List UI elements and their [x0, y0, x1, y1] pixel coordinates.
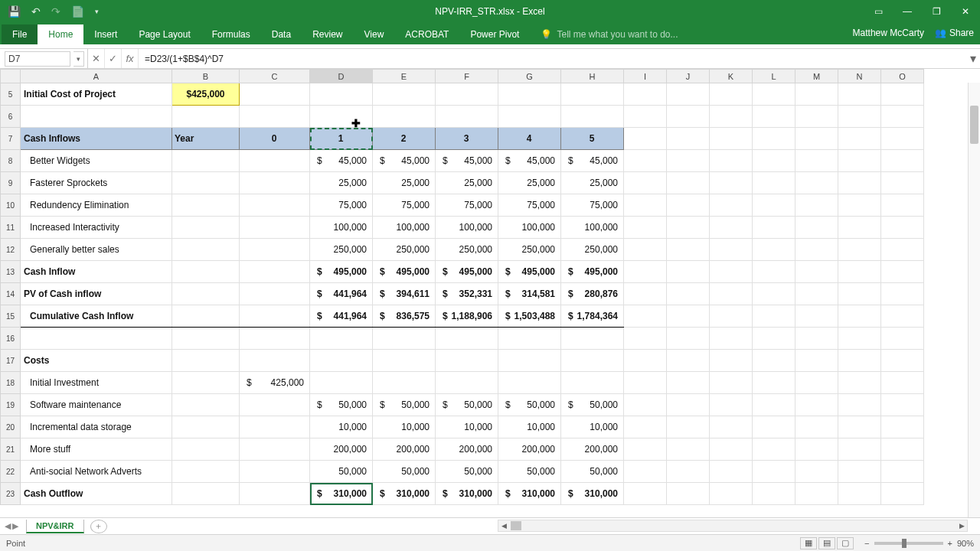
cell[interactable]: 250,000 [561, 239, 624, 261]
cell[interactable] [624, 372, 667, 394]
cell[interactable] [753, 172, 795, 194]
cell[interactable] [667, 150, 710, 172]
cell[interactable] [310, 350, 373, 372]
cell[interactable] [753, 328, 795, 350]
zoom-level[interactable]: 90% [957, 539, 974, 548]
cell[interactable]: Incremental data storage [21, 416, 172, 439]
cell[interactable]: 75,000 [310, 194, 373, 217]
cell[interactable] [753, 394, 795, 416]
cell[interactable]: $45,000 [310, 150, 373, 172]
cell[interactable] [881, 439, 924, 461]
cell[interactable] [172, 194, 240, 217]
cell[interactable]: $394,611 [373, 283, 436, 305]
cell[interactable] [624, 128, 667, 150]
cell[interactable]: Anti-social Network Adverts [21, 461, 172, 483]
cell[interactable] [795, 172, 838, 194]
cell[interactable]: Software maintenance [21, 394, 172, 416]
cell[interactable] [795, 461, 838, 483]
sheet-next-icon[interactable]: ▶ [12, 521, 18, 531]
select-all-corner[interactable] [1, 70, 21, 83]
cell[interactable] [240, 172, 310, 194]
cell[interactable] [881, 372, 924, 394]
cell[interactable] [667, 172, 710, 194]
tab-power-pivot[interactable]: Power Pivot [459, 24, 530, 44]
cell[interactable]: $425,000 [172, 83, 240, 106]
cell[interactable] [710, 439, 753, 461]
cell[interactable] [838, 106, 881, 128]
cell[interactable] [21, 328, 172, 350]
cell[interactable] [710, 305, 753, 328]
cell[interactable] [21, 106, 172, 128]
cell[interactable]: 250,000 [436, 239, 498, 261]
page-break-view-icon[interactable]: ▢ [837, 537, 854, 549]
cell[interactable] [310, 328, 373, 350]
cell[interactable] [838, 283, 881, 305]
cell[interactable] [624, 461, 667, 483]
cell[interactable]: 250,000 [373, 239, 436, 261]
cell[interactable] [240, 83, 310, 106]
user-name[interactable]: Matthew McCarty [853, 28, 924, 38]
cell[interactable]: 50,000 [561, 461, 624, 483]
tab-insert[interactable]: Insert [83, 24, 128, 44]
cell[interactable]: $50,000 [373, 394, 436, 416]
column-header-D[interactable]: D [310, 70, 373, 83]
cell[interactable] [667, 328, 710, 350]
cell[interactable]: $310,000 [561, 483, 624, 505]
cell[interactable]: 0 [240, 128, 310, 150]
cell[interactable] [710, 128, 753, 150]
cell[interactable]: $45,000 [436, 150, 498, 172]
page-layout-view-icon[interactable]: ▤ [818, 537, 835, 549]
cell[interactable]: 10,000 [561, 416, 624, 439]
cell[interactable] [172, 439, 240, 461]
cell[interactable]: $45,000 [561, 150, 624, 172]
cell[interactable] [667, 305, 710, 328]
cell[interactable]: $ 1,784,364 [561, 305, 624, 328]
cell[interactable] [667, 106, 710, 128]
cell[interactable] [498, 372, 561, 394]
cell[interactable] [667, 128, 710, 150]
minimize-icon[interactable]: — [893, 0, 922, 23]
redo-icon[interactable]: ↷ [51, 5, 60, 18]
cell[interactable] [436, 328, 498, 350]
cell[interactable] [667, 83, 710, 106]
row-header-16[interactable]: 16 [1, 328, 21, 350]
cell[interactable] [172, 416, 240, 439]
cell[interactable] [561, 106, 624, 128]
row-header-17[interactable]: 17 [1, 350, 21, 372]
cell[interactable]: 100,000 [436, 217, 498, 239]
cell[interactable] [240, 194, 310, 217]
cell[interactable] [881, 350, 924, 372]
scroll-right-icon[interactable]: ▶ [956, 520, 967, 531]
cell[interactable] [172, 239, 240, 261]
cell[interactable] [795, 416, 838, 439]
cell[interactable]: 50,000 [310, 461, 373, 483]
cell[interactable] [881, 416, 924, 439]
cell[interactable]: 50,000 [436, 461, 498, 483]
cell[interactable] [240, 261, 310, 283]
cell[interactable]: $45,000 [373, 150, 436, 172]
cell[interactable] [310, 372, 373, 394]
cell[interactable] [373, 106, 436, 128]
cell[interactable] [624, 350, 667, 372]
tab-formulas[interactable]: Formulas [201, 24, 261, 44]
column-header-C[interactable]: C [240, 70, 310, 83]
cell[interactable] [172, 394, 240, 416]
sheet-prev-icon[interactable]: ◀ [5, 521, 11, 531]
cell[interactable] [373, 350, 436, 372]
cell[interactable]: $310,000 [310, 483, 373, 505]
cell[interactable]: 4 [498, 128, 561, 150]
tab-data[interactable]: Data [261, 24, 302, 44]
row-header-15[interactable]: 15 [1, 305, 21, 328]
row-header-13[interactable]: 13 [1, 261, 21, 283]
column-header-E[interactable]: E [373, 70, 436, 83]
row-header-8[interactable]: 8 [1, 150, 21, 172]
cell[interactable]: 100,000 [373, 217, 436, 239]
cell[interactable] [753, 350, 795, 372]
cell[interactable] [753, 239, 795, 261]
tab-home[interactable]: Home [38, 24, 83, 44]
tab-view[interactable]: View [354, 24, 395, 44]
cell[interactable] [710, 217, 753, 239]
cell[interactable] [172, 483, 240, 505]
cell[interactable] [624, 83, 667, 106]
cell[interactable]: 10,000 [498, 416, 561, 439]
